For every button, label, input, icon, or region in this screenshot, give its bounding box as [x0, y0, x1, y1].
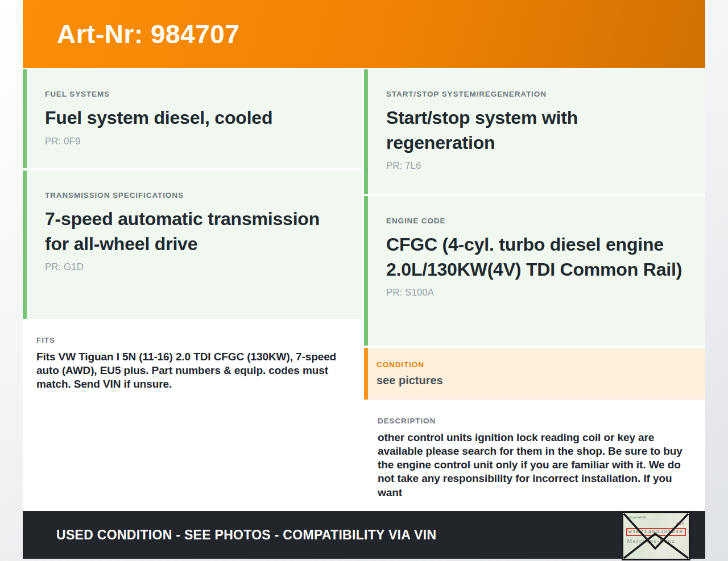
- pr-code: PR: S100A: [386, 287, 686, 298]
- pr-code: PR: 0F9: [45, 136, 342, 147]
- card-label: START/STOP SYSTEM/REGENERATION: [386, 90, 686, 98]
- pr-code: PR: 7L6: [386, 160, 686, 172]
- pr-code: PR: G1D: [45, 261, 342, 273]
- card-condition: CONDITION see pictures: [364, 348, 705, 400]
- spec-grid: FUEL SYSTEMS Fuel system diesel, cooled …: [23, 68, 705, 511]
- page-title: Art-Nr: 984707: [23, 19, 239, 49]
- card-title: Start/stop system with regeneration: [386, 106, 686, 155]
- footer-text: USED CONDITION - SEE PHOTOS - COMPATIBIL…: [23, 527, 436, 543]
- card-description: DESCRIPTION other control units ignition…: [364, 402, 705, 511]
- left-column: FUEL SYSTEMS Fuel system diesel, cooled …: [23, 69, 362, 511]
- envelope-icon: [623, 513, 689, 559]
- card-label: TRANSMISSION SPECIFICATIONS: [45, 191, 342, 200]
- condition-value: see pictures: [377, 374, 696, 387]
- card-label: CONDITION: [377, 360, 696, 369]
- card-start-stop-system: START/STOP SYSTEM/REGENERATION Start/sto…: [364, 69, 705, 194]
- card-label: FITS: [36, 336, 347, 344]
- card-title: Fuel system diesel, cooled: [45, 106, 342, 131]
- card-label: ENGINE CODE: [386, 217, 686, 225]
- card-label: DESCRIPTION: [378, 417, 690, 425]
- card-label: FUEL SYSTEMS: [45, 90, 342, 98]
- card-fuel-systems: FUEL SYSTEMS Fuel system diesel, cooled …: [23, 69, 362, 168]
- card-title: 7-speed automatic transmission for all-w…: [45, 207, 342, 256]
- footer-banner: USED CONDITION - SEE PHOTOS - COMPATIBIL…: [23, 511, 705, 559]
- header-banner: Art-Nr: 984707: [23, 0, 705, 68]
- card-transmission-specifications: TRANSMISSION SPECIFICATIONS 7-speed auto…: [23, 171, 362, 319]
- right-column: START/STOP SYSTEM/REGENERATION Start/sto…: [364, 69, 705, 511]
- card-fits: FITS Fits VW Tiguan I 5N (11-16) 2.0 TDI…: [23, 321, 362, 511]
- fits-text: Fits VW Tiguan I 5N (11-16) 2.0 TDI CFGC…: [36, 350, 347, 391]
- card-engine-code: ENGINE CODE CFGC (4-cyl. turbo diesel en…: [364, 196, 705, 346]
- vin-document-photo: Fahrgestell-Nr. A16 W1K71463J3124R 7 Mer…: [622, 512, 690, 560]
- card-title: CFGC (4-cyl. turbo diesel engine 2.0L/13…: [386, 232, 686, 282]
- description-text: other control units ignition lock readin…: [378, 431, 690, 500]
